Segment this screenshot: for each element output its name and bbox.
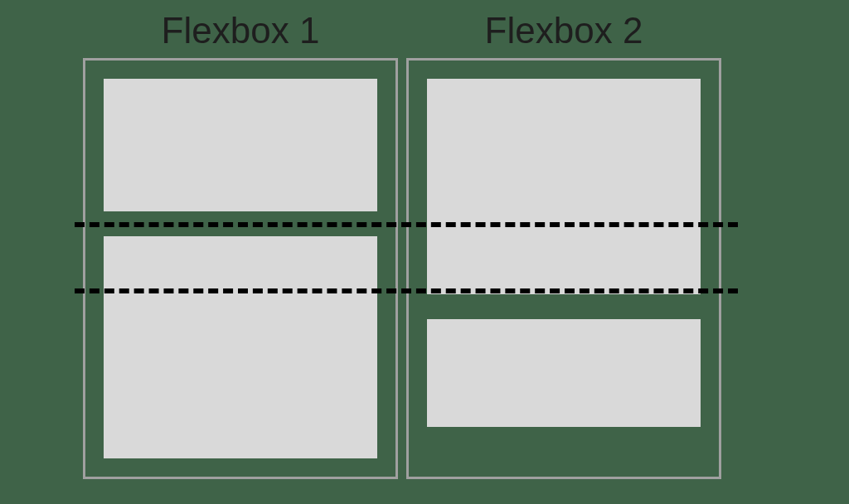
flexbox-1-container — [83, 58, 398, 479]
flexbox-2-item-bottom — [427, 319, 701, 427]
flexbox-2-container — [406, 58, 721, 479]
flexbox-2-gap — [427, 294, 701, 319]
flexbox-1-title: Flexbox 1 — [83, 10, 398, 51]
diagram-stage: Flexbox 1 Flexbox 2 — [0, 0, 849, 504]
flexbox-1-item-bottom — [104, 236, 377, 458]
alignment-guide-bottom — [75, 288, 738, 293]
flexbox-2-empty-space — [427, 427, 701, 458]
alignment-guide-top — [75, 222, 738, 227]
flexbox-2-title: Flexbox 2 — [406, 10, 721, 51]
flexbox-1-item-top — [104, 79, 377, 211]
flexbox-2-item-top — [427, 79, 701, 294]
